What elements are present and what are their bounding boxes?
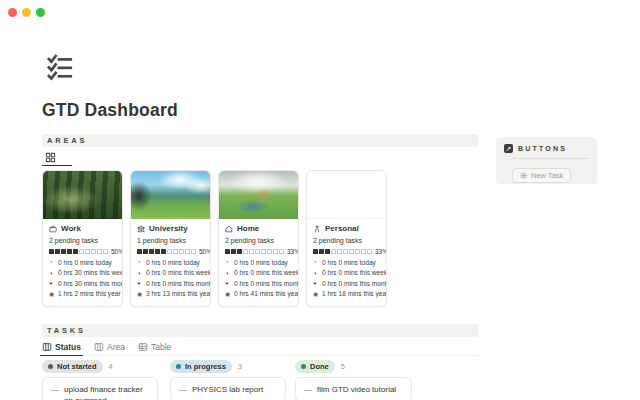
area-name: University	[149, 224, 188, 233]
column-count: 3	[238, 362, 242, 371]
status-dot-icon	[176, 364, 181, 369]
progress-percent: 33%	[375, 248, 387, 255]
clock-full-icon: ◉	[225, 291, 231, 297]
status-dot-icon	[301, 364, 306, 369]
close-window-icon[interactable]	[8, 8, 17, 17]
area-name: Work	[61, 224, 81, 233]
clock-threequarter-icon: ◕	[137, 280, 143, 286]
status-dot-icon	[48, 364, 53, 369]
clock-full-icon: ◉	[137, 291, 143, 297]
time-row-year: ◉1 hrs 18 mins this year	[313, 290, 380, 297]
table-icon	[138, 342, 148, 352]
time-row-week: ◑0 hrs 30 mins this week	[49, 269, 116, 276]
progress-bar: 50%	[137, 248, 204, 255]
areas-section-heading[interactable]: AREAS	[42, 134, 478, 147]
tab-status[interactable]: Status	[42, 339, 81, 355]
task-title: upload finance tracker on gumroad	[64, 384, 149, 400]
time-row-month: ◕0 hrs 0 mins this month	[313, 280, 380, 287]
divider	[512, 158, 589, 159]
column-count: 5	[341, 362, 345, 371]
clock-full-icon: ◉	[49, 291, 55, 297]
task-title: film GTD video tutorial	[317, 384, 396, 395]
board-icon	[42, 342, 52, 352]
task-card[interactable]: — PHYSICS lab report	[170, 377, 286, 400]
task-title: PHYSICS lab report	[192, 384, 263, 395]
clock-quarter-icon: ◔	[225, 259, 231, 265]
clock-threequarter-icon: ◕	[313, 280, 319, 286]
clock-half-icon: ◑	[313, 270, 319, 276]
clock-quarter-icon: ◔	[49, 259, 55, 265]
progress-bar: 33%	[313, 248, 380, 255]
status-badge-done[interactable]: Done	[295, 360, 335, 373]
time-row-today: ◔0 hrs 0 mins today	[49, 259, 116, 266]
progress-bar: 50%	[49, 248, 116, 255]
window-controls	[8, 8, 45, 17]
new-task-button[interactable]: New Task	[512, 168, 571, 183]
areas-gallery-view-tab[interactable]	[42, 150, 72, 166]
time-row-week: ◑0 hrs 0 mins this week	[225, 269, 292, 276]
tab-area[interactable]: Area	[94, 339, 125, 355]
time-row-year: ◉3 hrs 13 mins this year	[137, 290, 204, 297]
gallery-view-icon	[45, 152, 56, 163]
pending-tasks: 2 pending tasks	[313, 237, 380, 244]
time-row-month: ◕0 hrs 0 mins this month	[137, 280, 204, 287]
column-done: Done 5 — film GTD video tutorial	[295, 360, 412, 400]
progress-bar: 33%	[225, 248, 292, 255]
pending-tasks: 2 pending tasks	[225, 237, 292, 244]
time-row-today: ◔0 hrs 0 mins today	[225, 259, 292, 266]
work-cover-image	[43, 171, 122, 219]
area-card-university[interactable]: University 1 pending tasks 50% ◔0 hrs 0 …	[130, 170, 211, 307]
buttons-panel: ↗ BUTTONS New Task	[496, 137, 597, 184]
column-count: 4	[109, 362, 113, 371]
page-title: GTD Dashboard	[42, 100, 178, 121]
clock-quarter-icon: ◔	[313, 259, 319, 265]
zoom-window-icon[interactable]	[36, 8, 45, 17]
arrow-box-icon: ↗	[504, 144, 513, 153]
status-badge-not-started[interactable]: Not started	[42, 360, 103, 373]
area-name: Personal	[325, 224, 359, 233]
clock-half-icon: ◑	[225, 270, 231, 276]
checklist-icon[interactable]	[46, 54, 73, 81]
column-not-started: Not started 4 — upload finance tracker o…	[42, 360, 158, 400]
time-row-month: ◕0 hrs 0 mins this month	[225, 280, 292, 287]
personal-cover-blank	[307, 171, 386, 219]
clock-half-icon: ◑	[137, 270, 143, 276]
person-icon	[313, 225, 321, 233]
dash-icon: —	[179, 384, 187, 395]
clock-threequarter-icon: ◕	[225, 280, 231, 286]
dash-icon: —	[304, 384, 312, 395]
dash-icon: —	[51, 384, 59, 400]
time-row-year: ◉0 hrs 41 mins this year	[225, 290, 292, 297]
clock-threequarter-icon: ◕	[49, 280, 55, 286]
tasks-section-heading[interactable]: TASKS	[42, 324, 478, 337]
progress-percent: 50%	[199, 248, 211, 255]
home-icon	[225, 225, 233, 233]
task-card[interactable]: — upload finance tracker on gumroad	[42, 377, 158, 400]
pending-tasks: 1 pending tasks	[137, 237, 204, 244]
briefcase-icon	[49, 225, 57, 233]
area-card-home[interactable]: Home 2 pending tasks 33% ◔0 hrs 0 mins t…	[218, 170, 299, 307]
progress-percent: 50%	[111, 248, 123, 255]
area-card-work[interactable]: Work 2 pending tasks 50% ◔0 hrs 0 mins t…	[42, 170, 123, 307]
status-badge-in-progress[interactable]: In progress	[170, 360, 232, 373]
time-row-today: ◔0 hrs 0 mins today	[137, 259, 204, 266]
university-icon	[137, 225, 145, 233]
tab-table[interactable]: Table	[138, 339, 171, 355]
areas-gallery: Work 2 pending tasks 50% ◔0 hrs 0 mins t…	[42, 170, 387, 307]
tasks-view-tabs: Status Area Table	[42, 339, 478, 356]
minimize-window-icon[interactable]	[22, 8, 31, 17]
time-row-year: ◉1 hrs 2 mins this year	[49, 290, 116, 297]
area-name: Home	[237, 224, 259, 233]
progress-percent: 33%	[287, 248, 299, 255]
university-cover-image	[131, 171, 210, 219]
plus-circle-icon	[520, 172, 527, 179]
task-card[interactable]: — film GTD video tutorial	[295, 377, 412, 400]
buttons-panel-heading: BUTTONS	[518, 145, 567, 152]
time-row-month: ◕0 hrs 30 mins this month	[49, 280, 116, 287]
area-card-personal[interactable]: Personal 2 pending tasks 33% ◔0 hrs 0 mi…	[306, 170, 387, 307]
board-icon	[94, 342, 104, 352]
clock-quarter-icon: ◔	[137, 259, 143, 265]
clock-full-icon: ◉	[313, 291, 319, 297]
home-cover-image	[219, 171, 298, 219]
column-in-progress: In progress 3 — PHYSICS lab report	[170, 360, 286, 400]
